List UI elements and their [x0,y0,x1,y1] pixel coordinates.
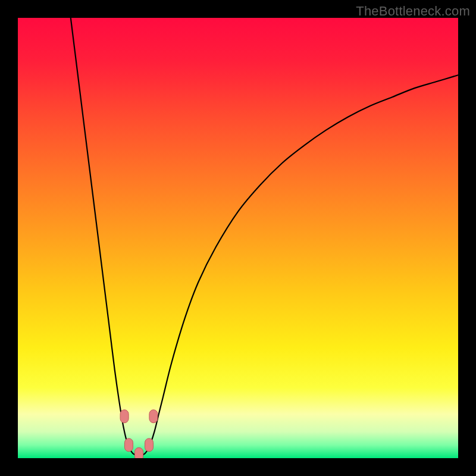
watermark-text: TheBottleneck.com [356,4,470,19]
bottleneck-chart [18,18,458,458]
curve-marker [120,410,129,423]
curve-marker [135,447,143,458]
chart-frame [18,18,458,458]
heat-background [18,18,458,458]
curve-marker [149,410,158,423]
curve-marker [145,439,154,452]
curve-marker [124,439,133,452]
